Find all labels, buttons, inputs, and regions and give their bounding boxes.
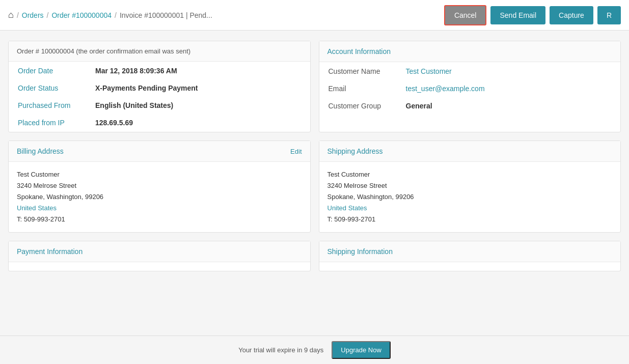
shipping-country: United States	[327, 203, 613, 214]
breadcrumb-sep-2: /	[47, 11, 49, 19]
email-label: Email	[320, 80, 397, 97]
table-row: Customer Name Test Customer	[320, 63, 620, 79]
order-info-table: Order Date Mar 12, 2018 8:09:36 AM Order…	[9, 62, 310, 132]
cancel-button[interactable]: Cancel	[444, 5, 487, 25]
billing-address-title: Billing Address	[17, 147, 64, 155]
shipping-address-card: Shipping Address Test Customer 3240 Melr…	[319, 141, 621, 233]
top-actions: Cancel Send Email Capture R	[444, 5, 621, 25]
billing-address-card: Billing Address Edit Test Customer 3240 …	[8, 141, 311, 233]
order-info-header-text: Order # 100000004 (the order confirmatio…	[17, 47, 190, 55]
breadcrumb-orders[interactable]: Orders	[22, 11, 44, 19]
top-bar: ⌂ / Orders / Order #100000004 / Invoice …	[0, 0, 629, 31]
purchased-from-label: Purchased From	[10, 97, 86, 114]
purchased-from-value: English (United States)	[87, 97, 309, 114]
order-date-value: Mar 12, 2018 8:09:36 AM	[87, 63, 309, 79]
table-row: Placed from IP 128.69.5.69	[10, 115, 309, 131]
table-row: Email test_user@example.com	[320, 80, 620, 97]
breadcrumb-sep-3: /	[115, 11, 117, 19]
shipping-name: Test Customer	[327, 169, 613, 180]
shipping-country-link[interactable]: United States	[327, 204, 367, 212]
table-row: Order Date Mar 12, 2018 8:09:36 AM	[10, 63, 309, 79]
order-info-card: Order # 100000004 (the order confirmatio…	[8, 41, 311, 132]
billing-name: Test Customer	[17, 169, 302, 180]
billing-edit-link[interactable]: Edit	[290, 148, 302, 155]
billing-country: United States	[17, 203, 302, 214]
billing-street: 3240 Melrose Street	[17, 180, 302, 191]
order-status-value: X-Payments Pending Payment	[87, 80, 309, 96]
email-value: test_user@example.com	[398, 80, 620, 97]
account-info-title: Account Information	[327, 47, 391, 55]
home-icon[interactable]: ⌂	[8, 10, 14, 20]
customer-name-link[interactable]: Test Customer	[406, 67, 452, 75]
breadcrumb-order[interactable]: Order #100000004	[51, 11, 112, 19]
table-row: Order Status X-Payments Pending Payment	[10, 80, 309, 96]
placed-ip-label: Placed from IP	[10, 115, 86, 131]
payment-info-header: Payment Information	[9, 241, 310, 262]
billing-phone: T: 509-993-2701	[17, 214, 302, 225]
shipping-phone: T: 509-993-2701	[327, 214, 613, 225]
customer-group-value: General	[398, 98, 620, 114]
email-link[interactable]: test_user@example.com	[406, 85, 485, 93]
customer-name-label: Customer Name	[320, 63, 397, 79]
shipping-address-title: Shipping Address	[327, 147, 383, 155]
billing-country-link[interactable]: United States	[17, 204, 57, 212]
table-row: Purchased From English (United States)	[10, 97, 309, 114]
billing-address-body: Test Customer 3240 Melrose Street Spokan…	[9, 162, 310, 232]
account-info-card: Account Information Customer Name Test C…	[319, 41, 621, 132]
table-row: Customer Group General	[320, 98, 620, 114]
order-info-header: Order # 100000004 (the order confirmatio…	[9, 41, 310, 62]
shipping-address-body: Test Customer 3240 Melrose Street Spokan…	[319, 162, 621, 232]
placed-ip-value: 128.69.5.69	[87, 115, 309, 131]
account-info-table: Customer Name Test Customer Email test_u…	[319, 62, 621, 115]
capture-button[interactable]: Capture	[550, 6, 593, 24]
more-button[interactable]: R	[597, 6, 621, 24]
shipping-info-card: Shipping Information	[319, 241, 621, 271]
main-content: Order # 100000004 (the order confirmatio…	[0, 31, 629, 282]
order-status-label: Order Status	[10, 80, 86, 96]
customer-group-label: Customer Group	[320, 98, 397, 114]
payment-info-title: Payment Information	[17, 247, 83, 256]
send-email-button[interactable]: Send Email	[490, 6, 545, 24]
breadcrumb-invoice: Invoice #100000001 | Pend...	[120, 11, 212, 19]
account-info-header: Account Information	[319, 41, 621, 62]
order-date-label: Order Date	[10, 63, 86, 79]
shipping-info-title: Shipping Information	[327, 247, 393, 256]
billing-city-state: Spokane, Washington, 99206	[17, 191, 302, 203]
billing-address-header: Billing Address Edit	[9, 141, 310, 162]
breadcrumb-sep-1: /	[17, 11, 19, 19]
payment-info-card: Payment Information	[8, 241, 311, 271]
customer-name-value: Test Customer	[398, 63, 620, 79]
shipping-city-state: Spokane, Washington, 99206	[327, 191, 613, 203]
shipping-address-header: Shipping Address	[319, 141, 621, 162]
breadcrumb: ⌂ / Orders / Order #100000004 / Invoice …	[8, 10, 444, 20]
shipping-info-header: Shipping Information	[319, 241, 621, 262]
shipping-street: 3240 Melrose Street	[327, 180, 613, 191]
